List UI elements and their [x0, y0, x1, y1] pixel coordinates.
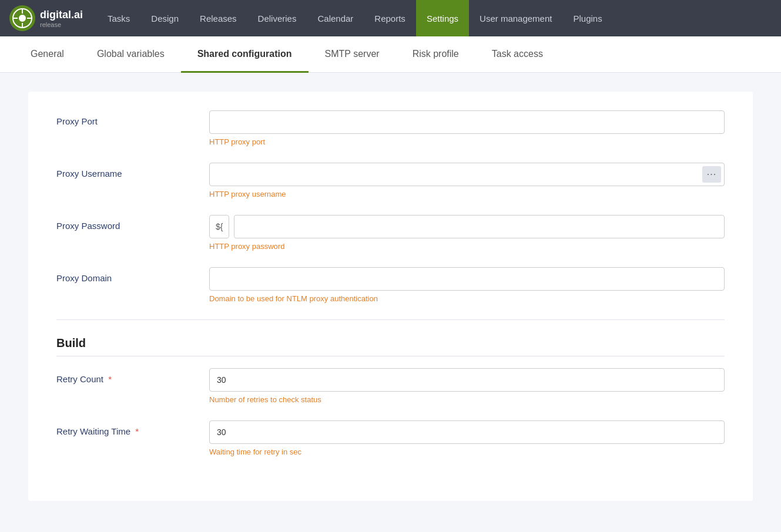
- retry-count-input[interactable]: [209, 368, 725, 392]
- nav-tasks[interactable]: Tasks: [97, 0, 140, 36]
- retry-count-label: Retry Count *: [56, 368, 209, 384]
- content-area: Proxy Port HTTP proxy port Proxy Usernam…: [0, 73, 781, 532]
- nav-design[interactable]: Design: [140, 0, 189, 36]
- proxy-domain-row: Proxy Domain Domain to be used for NTLM …: [56, 267, 725, 303]
- retry-waiting-time-label: Retry Waiting Time *: [56, 420, 209, 436]
- tab-risk-profile[interactable]: Risk profile: [396, 37, 475, 73]
- proxy-domain-input[interactable]: [209, 267, 725, 291]
- nav-logo: digital.ai release: [9, 5, 83, 31]
- proxy-username-input-wrapper: ···: [209, 163, 725, 186]
- nav-plugins[interactable]: Plugins: [562, 0, 612, 36]
- retry-count-content: Number of retries to check status: [209, 368, 725, 404]
- proxy-username-row: Proxy Username ··· HTTP proxy username: [56, 163, 725, 198]
- proxy-password-dollar-button[interactable]: ${: [209, 215, 229, 238]
- proxy-port-row: Proxy Port HTTP proxy port: [56, 110, 725, 146]
- tab-global-variables[interactable]: Global variables: [81, 37, 181, 73]
- proxy-password-row: Proxy Password ${ HTTP proxy password: [56, 215, 725, 251]
- retry-count-hint: Number of retries to check status: [209, 395, 725, 404]
- proxy-username-content: ··· HTTP proxy username: [209, 163, 725, 198]
- logo-sub: release: [40, 21, 83, 28]
- tab-task-access[interactable]: Task access: [475, 37, 559, 73]
- retry-waiting-time-hint: Waiting time for retry in sec: [209, 447, 725, 456]
- retry-waiting-time-content: Waiting time for retry in sec: [209, 420, 725, 456]
- proxy-domain-content: Domain to be used for NTLM proxy authent…: [209, 267, 725, 303]
- logo-text: digital.ai: [40, 9, 83, 21]
- proxy-password-label: Proxy Password: [56, 215, 209, 231]
- retry-waiting-time-input[interactable]: [209, 420, 725, 444]
- proxy-port-input[interactable]: [209, 110, 725, 134]
- retry-count-row: Retry Count * Number of retries to check…: [56, 368, 725, 404]
- build-section-title: Build: [56, 336, 725, 356]
- nav-deliveries[interactable]: Deliveries: [247, 0, 307, 36]
- proxy-domain-hint: Domain to be used for NTLM proxy authent…: [209, 294, 725, 303]
- logo-icon: [9, 5, 35, 31]
- nav-reports[interactable]: Reports: [364, 0, 416, 36]
- tab-shared-configuration[interactable]: Shared configuration: [181, 37, 309, 73]
- section-divider: [56, 319, 725, 320]
- proxy-password-input-wrapper: ${: [209, 215, 725, 238]
- nav-bar: digital.ai release Tasks Design Releases…: [0, 0, 781, 36]
- proxy-username-hint: HTTP proxy username: [209, 190, 725, 198]
- nav-releases[interactable]: Releases: [189, 0, 247, 36]
- nav-calendar[interactable]: Calendar: [307, 0, 364, 36]
- nav-settings[interactable]: Settings: [416, 0, 469, 36]
- proxy-password-hint: HTTP proxy password: [209, 242, 725, 251]
- tab-smtp-server[interactable]: SMTP server: [309, 37, 396, 73]
- proxy-password-content: ${ HTTP proxy password: [209, 215, 725, 251]
- proxy-port-content: HTTP proxy port: [209, 110, 725, 146]
- tabs-bar: General Global variables Shared configur…: [0, 36, 781, 73]
- proxy-username-label: Proxy Username: [56, 163, 209, 179]
- proxy-password-input[interactable]: [234, 215, 725, 238]
- retry-waiting-time-row: Retry Waiting Time * Waiting time for re…: [56, 420, 725, 456]
- nav-links: Tasks Design Releases Deliveries Calenda…: [97, 0, 772, 36]
- proxy-port-label: Proxy Port: [56, 110, 209, 126]
- tab-general[interactable]: General: [14, 37, 81, 73]
- proxy-username-dots-button[interactable]: ···: [702, 166, 721, 183]
- nav-user-management[interactable]: User management: [469, 0, 562, 36]
- proxy-username-input[interactable]: [209, 163, 725, 186]
- svg-point-2: [19, 15, 26, 22]
- form-section: Proxy Port HTTP proxy port Proxy Usernam…: [28, 92, 753, 501]
- proxy-port-hint: HTTP proxy port: [209, 137, 725, 146]
- proxy-domain-label: Proxy Domain: [56, 267, 209, 283]
- retry-count-required: *: [106, 374, 112, 384]
- retry-waiting-time-required: *: [133, 426, 139, 436]
